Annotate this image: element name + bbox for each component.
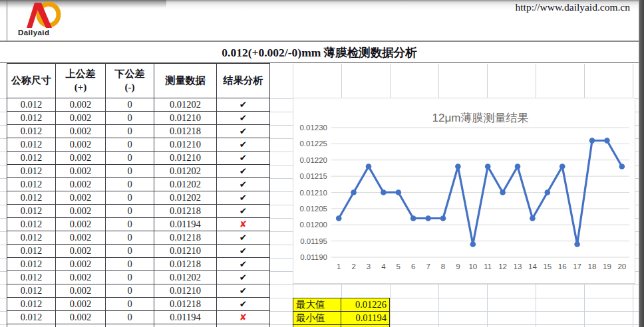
gridlines-header-region [269,64,639,98]
cell-lower: 0 [106,218,154,231]
y-axis-tick-label: 0.01190 [300,253,327,261]
cell-nominal: 0.012 [7,218,56,231]
cell-upper: 0.002 [56,205,106,218]
check-icon: ✔ [240,112,247,123]
column-header: 上公差 (+) [56,64,106,98]
cell-upper: 0.002 [56,231,106,245]
cell-measured: 0.01210 [154,284,217,298]
cell-upper: 0.002 [56,165,106,178]
table-row-partial: 0.0120.00200.01226✔ [7,324,270,327]
sheet-title: 0.012(+0.002/-0)mm 薄膜检测数据分析 [0,41,639,63]
cell-result: ✔ [217,152,270,165]
x-axis-tick-label: 10 [468,263,477,271]
y-axis-tick-label: 0.01210 [299,189,327,197]
partial-value-cell [341,324,390,327]
data-point [619,164,625,169]
data-point [396,189,402,195]
y-axis-tick-label: 0.01200 [299,221,327,229]
cell-upper: 0.002 [56,258,106,271]
cell-lower: 0 [106,271,154,284]
cell-lower: 0 [106,98,154,112]
cell-lower: 0 [106,165,154,178]
cell-result: ✔ [217,125,270,138]
cell-nominal: 0.012 [7,311,56,324]
header-band: Dailyaid http://www.dailyaid.com.cn [0,0,639,41]
cell-lower: 0 [106,138,154,152]
cell-lower: 0 [106,205,154,218]
cell-lower: 0 [106,284,154,298]
check-icon: ✔ [240,152,247,163]
table-row: 0.0120.00200.01210✔ [7,245,270,258]
cell-result: ✔ [217,284,270,298]
y-axis-tick-label: 0.01215 [299,172,327,180]
cell-result: ✔ [217,191,270,205]
table-row: 0.0120.00200.01202✔ [7,191,270,205]
dailyaid-logo-icon [17,1,65,31]
data-point [336,215,342,221]
cell-lower: 0 [106,191,154,205]
cell-nominal: 0.012 [7,271,56,284]
x-axis-tick-label: 19 [603,263,611,271]
column-header: 测量数据 [154,64,217,98]
cell-lower: 0 [106,231,154,245]
data-point [515,164,521,169]
cell-lower: 0 [106,311,154,324]
website-url: http://www.dailyaid.com.cn [516,1,630,13]
cross-icon: ✘ [240,219,247,229]
column-header: 公称尺寸 [7,64,56,98]
cell-result: ✘ [217,311,270,324]
cell-upper: 0.002 [56,218,106,231]
table-row: 0.0120.00200.01218✔ [7,258,270,271]
x-axis-tick-label: 6 [411,263,415,271]
max-label-cell: 最大值 [293,298,341,312]
table-header-row: 公称尺寸上公差 (+)下公差 (-)测量数据结果分析 [7,64,270,98]
partial-summary-row [293,324,390,327]
chart-frame [293,98,635,284]
column-header: 下公差 (-) [106,64,154,98]
table-row: 0.0120.00200.01194✘ [7,218,270,231]
cell-nominal: 0.012 [7,245,56,258]
data-point [440,215,446,221]
cell-measured: 0.01194 [154,311,217,324]
table-row: 0.0120.00200.01218✔ [7,298,270,311]
min-value-cell: 0.01194 [341,311,390,325]
cell-result: ✔ [217,178,270,191]
cell-upper: 0.002 [56,152,106,165]
y-axis-tick-label: 0.01230 [299,124,327,132]
data-point [530,215,536,221]
cell-result: ✔ [217,271,270,284]
table-row: 0.0120.00200.01210✔ [7,152,270,165]
cell-result: ✔ [217,245,270,258]
x-axis-tick-label: 17 [573,263,581,271]
x-axis-tick-label: 4 [381,263,386,271]
cell-nominal: 0.012 [7,152,56,165]
data-point [485,164,491,169]
summary-cells: 最大值 0.01226 最小值 0.01194 [293,298,390,327]
cell-lower: 0 [106,152,154,165]
y-axis-tick-label: 0.01220 [299,156,327,164]
cell-result: ✔ [217,258,270,271]
cell-measured: 0.01210 [154,138,217,152]
min-label-cell: 最小值 [293,311,341,325]
data-point [381,189,387,195]
cell-upper: 0.002 [56,284,106,298]
cell-result: ✔ [217,231,270,245]
x-axis-tick-label: 7 [426,263,430,271]
cell-result: ✔ [217,98,270,112]
spreadsheet-screenshot: Dailyaid http://www.dailyaid.com.cn 0.01… [0,0,644,327]
cell-measured: 0.01202 [154,271,217,284]
x-axis-tick-label: 12 [498,263,507,271]
cell-result: ✔ [217,298,270,311]
cell-measured: 0.01210 [154,245,217,258]
data-point [425,215,431,221]
cell-measured: 0.01210 [154,152,217,165]
column-header: 结果分析 [217,64,270,98]
x-axis-tick-label: 18 [588,263,597,271]
y-axis-tick-label: 0.01205 [299,205,327,213]
cell-result: ✘ [217,218,270,231]
check-icon: ✔ [240,259,247,269]
cell-nominal: 0.012 [7,138,56,152]
data-point [574,241,580,247]
data-point [410,215,416,221]
cell-nominal: 0.012 [7,205,56,218]
